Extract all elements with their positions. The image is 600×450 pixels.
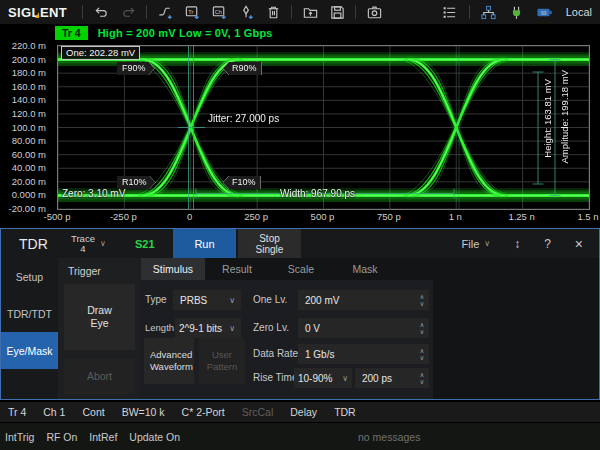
help-icon[interactable]: ?: [544, 237, 551, 251]
trace-selector-line1: Trace: [71, 234, 95, 244]
stop-single-line2: Single: [256, 244, 284, 255]
y-tick-10: 20.00 m: [12, 175, 46, 186]
resize-icon[interactable]: ↕: [514, 237, 520, 251]
y-tick-1: 200.0 m: [12, 53, 46, 64]
one-level-field[interactable]: 200 mV ∧∨: [298, 290, 429, 310]
y-tick-5: 120.0 m: [12, 107, 46, 118]
tdr-dialog: TDR Trace 4 ∨ S21 Run Stop Single File ∨…: [0, 228, 600, 400]
x-tick-0: -500 p: [44, 211, 71, 222]
open-file-icon[interactable]: [301, 3, 319, 21]
st-item-0: Tr 4: [8, 406, 26, 418]
st-item-3: BW=10 k: [122, 406, 165, 418]
st-item-1: Ch 1: [43, 406, 65, 418]
side-item-0[interactable]: Setup: [1, 258, 58, 295]
st-item-2: Cont: [82, 406, 104, 418]
zero-level-field[interactable]: 0 V ∧∨: [298, 318, 429, 338]
y-tick-3: 160.0 m: [12, 80, 46, 91]
lan-icon[interactable]: [480, 3, 498, 21]
abort-button[interactable]: Abort: [64, 358, 135, 394]
stepper-icon[interactable]: ∧∨: [415, 344, 429, 364]
add-channel-icon[interactable]: Ch: [210, 3, 228, 21]
side-item-2[interactable]: Eye/Mask: [1, 332, 58, 369]
x-tick-7: 1.25 n: [508, 211, 534, 222]
stop-single-line1: Stop: [259, 233, 280, 244]
draw-eye-button[interactable]: Draw Eye: [64, 284, 135, 350]
user-pattern-button[interactable]: UserPattern: [199, 338, 245, 384]
one-level-field-label: One Lv.: [253, 290, 297, 310]
stop-single-button[interactable]: Stop Single: [238, 229, 301, 258]
trace-selector[interactable]: Trace 4 ∨: [71, 234, 121, 254]
dialog-main: StimulusResultScaleMask Type PRBS ∨ Leng…: [141, 258, 599, 399]
add-marker-icon[interactable]: [237, 3, 255, 21]
dialog-body: SetupTDR/TDTEye/Mask Trigger Draw Eye Ab…: [1, 258, 599, 399]
redo-icon[interactable]: [119, 3, 137, 21]
rise-time-select[interactable]: 10-90% ∨: [294, 368, 352, 388]
type-label: Type: [145, 290, 173, 310]
y-tick-8: 60.00 m: [12, 148, 46, 159]
amplitude-label: Amplitude: 199.18 mV: [559, 70, 570, 163]
toolbar-separator: [146, 5, 147, 19]
one-level-label: One: 202.28 mV: [61, 46, 140, 60]
x-tick-2: 0: [187, 211, 192, 222]
dialog-sidebar: SetupTDR/TDTEye/Mask: [1, 258, 58, 399]
x-tick-3: 250 p: [244, 211, 268, 222]
st2-item-2: IntRef: [89, 431, 117, 443]
delete-icon[interactable]: [264, 3, 282, 21]
add-waveform-icon[interactable]: [156, 3, 174, 21]
screenshot-icon[interactable]: [365, 3, 383, 21]
st-item-7: TDR: [334, 406, 356, 418]
rise-time-field[interactable]: 200 ps ∧∨: [355, 368, 429, 388]
toolbar-separator: [355, 5, 356, 19]
y-tick-12: -20.00 m: [9, 203, 47, 214]
status-bar-system: IntTrigRF OnIntRefUpdate On no messages: [0, 423, 600, 450]
f90-marker: F90%: [117, 62, 155, 75]
y-tick-7: 80.00 m: [12, 135, 46, 146]
advanced-waveform-button[interactable]: AdvancedWaveform: [144, 338, 194, 384]
tab-item-1[interactable]: Result: [205, 258, 269, 280]
menu-icon[interactable]: [441, 3, 459, 21]
y-tick-0: 220.0 m: [12, 40, 46, 51]
zero-level-label: Zero: 3.10 mV: [62, 188, 125, 199]
toolbar-separator: [82, 5, 83, 19]
length-label: Length: [145, 318, 175, 338]
status-bar-channel: Tr 4Ch 1ContBW=10 kC* 2-PortSrcCalDelayT…: [0, 402, 600, 422]
chevron-down-icon: ∨: [229, 296, 235, 305]
s-parameter-label[interactable]: S21: [135, 238, 169, 250]
x-tick-4: 500 p: [311, 211, 335, 222]
chevron-down-icon: ∨: [342, 374, 348, 383]
eye-diagram-plot[interactable]: One: 202.28 mV Zero: 3.10 mV Width: 967.…: [57, 45, 590, 210]
undo-icon[interactable]: [92, 3, 110, 21]
data-rate-field[interactable]: 1 Gb/s ∧∨: [298, 344, 429, 364]
x-tick-6: 1 n: [449, 211, 462, 222]
side-item-1[interactable]: TDR/TDT: [1, 295, 58, 332]
chevron-down-icon: ∨: [484, 239, 490, 248]
dialog-header: TDR Trace 4 ∨ S21 Run Stop Single File ∨…: [1, 229, 599, 258]
siglent-logo: SIGLENT: [8, 5, 67, 20]
stepper-icon[interactable]: ∧∨: [415, 290, 429, 310]
file-menu[interactable]: File ∨: [462, 238, 491, 250]
f10-marker: F10%: [223, 176, 261, 189]
stepper-icon[interactable]: ∧∨: [415, 318, 429, 338]
tab-item-0[interactable]: Stimulus: [141, 258, 205, 280]
st-item-4: C* 2-Port: [182, 406, 225, 418]
length-select[interactable]: 2^9-1 bits ∨: [175, 318, 241, 338]
y-tick-11: 0.000 m: [12, 189, 46, 200]
tab-item-3[interactable]: Mask: [333, 258, 397, 280]
file-menu-label: File: [462, 238, 480, 250]
dialog-title: TDR: [19, 236, 71, 252]
r90-marker: R90%: [223, 62, 262, 75]
dialog-tabs: StimulusResultScaleMask: [141, 258, 599, 280]
toolbar-separator: [469, 5, 470, 19]
stepper-icon[interactable]: ∧∨: [415, 368, 429, 388]
type-select[interactable]: PRBS ∨: [173, 290, 241, 310]
st2-item-3: Update On: [129, 431, 180, 443]
close-icon[interactable]: ×: [575, 236, 583, 252]
stimulus-content: Type PRBS ∨ Length 2^9-1 bits ∨ Advanced…: [141, 280, 599, 399]
run-button[interactable]: Run: [173, 229, 236, 258]
power-plug-icon[interactable]: [508, 3, 526, 21]
save-file-icon[interactable]: [328, 3, 346, 21]
x-tick-1: -250 p: [110, 211, 137, 222]
add-trace-icon[interactable]: Tr: [183, 3, 201, 21]
tab-item-2[interactable]: Scale: [269, 258, 333, 280]
trace-badge[interactable]: Tr 4: [55, 26, 88, 40]
